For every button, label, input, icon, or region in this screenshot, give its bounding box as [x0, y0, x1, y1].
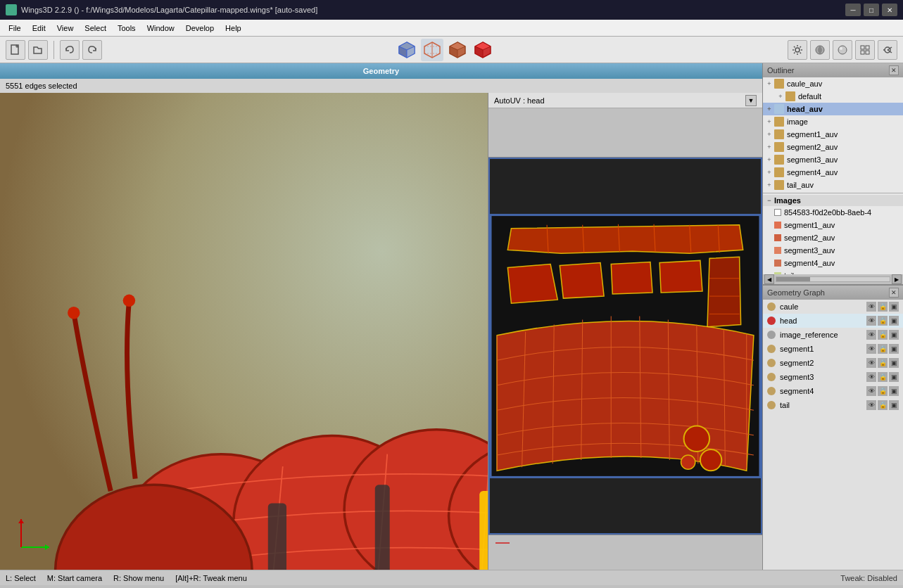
scroll-right[interactable]: ▶ [892, 274, 902, 284]
expand-icon[interactable]: + [766, 80, 773, 87]
outliner-item-head-auv[interactable]: + head_auv [763, 103, 903, 115]
menu-edit[interactable]: Edit [27, 23, 51, 34]
wire-icon[interactable]: ▣ [889, 386, 899, 396]
menu-help[interactable]: Help [220, 23, 247, 34]
scroll-track[interactable] [776, 276, 890, 282]
wire-icon[interactable]: ▣ [889, 372, 899, 382]
visibility-icon[interactable]: 👁 [866, 372, 876, 382]
expand-icon[interactable]: + [766, 118, 773, 125]
maximize-button[interactable]: □ [864, 4, 879, 16]
visibility-icon[interactable]: 👁 [866, 400, 876, 410]
settings-button[interactable] [788, 40, 807, 60]
img-item-segment3[interactable]: segment3_auv [763, 244, 903, 257]
img-item-1[interactable]: 854583-f0d2e0bb-8aeb-4 [763, 206, 903, 219]
wire-icon[interactable]: ▣ [889, 358, 899, 368]
lock-icon[interactable]: 🔒 [878, 400, 888, 410]
outliner-item-default[interactable]: + default [763, 90, 903, 103]
gg-icons-tail: 👁 🔒 ▣ [866, 400, 899, 410]
gg-item-segment4[interactable]: segment4 👁 🔒 ▣ [763, 384, 903, 398]
gg-item-head[interactable]: head 👁 🔒 ▣ [763, 314, 903, 328]
lock-icon[interactable]: 🔒 [878, 344, 888, 354]
expand-icon[interactable]: + [766, 131, 773, 138]
outliner-item-tail-auv[interactable]: + tail_auv [763, 179, 903, 191]
color-swatch [774, 234, 781, 241]
wire-icon[interactable]: ▣ [889, 344, 899, 354]
svg-marker-65 [507, 264, 557, 303]
wire-icon[interactable]: ▣ [889, 330, 899, 340]
visibility-icon[interactable]: 👁 [866, 316, 876, 326]
outliner-close-button[interactable]: ✕ [889, 65, 899, 75]
lock-icon[interactable]: 🔒 [878, 386, 888, 396]
menu-develop[interactable]: Develop [180, 23, 220, 34]
lock-icon[interactable]: 🔒 [878, 316, 888, 326]
open-file-button[interactable] [28, 40, 48, 60]
outliner-item-segment3-auv[interactable]: + segment3_auv [763, 153, 903, 166]
undo-button[interactable] [60, 40, 80, 60]
img-item-segment1[interactable]: segment1_auv [763, 219, 903, 231]
gg-item-caule[interactable]: caule 👁 🔒 ▣ [763, 300, 903, 314]
minimize-button[interactable]: ─ [845, 4, 861, 16]
outliner-scrollbar[interactable]: ◀ ▶ [763, 274, 903, 284]
visibility-icon[interactable]: 👁 [866, 302, 876, 312]
gg-item-segment3[interactable]: segment3 👁 🔒 ▣ [763, 370, 903, 384]
uv-canvas[interactable] [488, 158, 762, 535]
magnet-button[interactable] [878, 40, 897, 60]
close-button[interactable]: ✕ [882, 4, 897, 16]
new-file-button[interactable] [6, 40, 25, 60]
side-view-cube[interactable] [446, 39, 469, 61]
wire-icon[interactable]: ▣ [889, 400, 899, 410]
img-item-segment4[interactable]: segment4_auv [763, 257, 903, 269]
expand-icon[interactable]: + [766, 143, 773, 151]
expand-icon[interactable]: + [766, 106, 773, 113]
expand-icon[interactable]: + [766, 181, 773, 188]
visibility-icon[interactable]: 👁 [866, 386, 876, 396]
grid-button[interactable] [855, 40, 875, 60]
img-item-tail[interactable]: tail_auv [763, 269, 903, 274]
menu-select[interactable]: Select [79, 23, 112, 34]
wire-icon[interactable]: ▣ [889, 316, 899, 326]
gg-item-image-reference[interactable]: image_reference 👁 🔒 ▣ [763, 328, 903, 342]
menu-view[interactable]: View [51, 23, 80, 34]
expand-icon[interactable]: + [777, 93, 784, 100]
collapse-icon[interactable]: − [766, 197, 773, 204]
scroll-left[interactable]: ◀ [764, 274, 774, 284]
uv-header-minimize[interactable]: ▼ [745, 95, 757, 106]
wire-view-cube[interactable] [421, 39, 443, 61]
outliner-scroll[interactable]: + caule_auv + default + head_auv + [763, 77, 903, 274]
visibility-icon[interactable]: 👁 [866, 330, 876, 340]
front-view-cube[interactable] [396, 39, 418, 61]
menu-tools[interactable]: Tools [112, 23, 141, 34]
outliner-item-caule-auv[interactable]: + caule_auv [763, 77, 903, 90]
scroll-thumb[interactable] [776, 277, 810, 281]
solid-view-cube[interactable] [472, 39, 494, 61]
svg-marker-58 [507, 225, 743, 254]
outliner-item-segment1-auv[interactable]: + segment1_auv [763, 128, 903, 141]
uv-panel[interactable]: AutoUV : head ▼ [488, 93, 762, 570]
lock-icon[interactable]: 🔒 [878, 372, 888, 382]
geo-graph-close-button[interactable]: ✕ [889, 288, 899, 298]
wire-icon[interactable]: ▣ [889, 302, 899, 312]
lock-icon[interactable]: 🔒 [878, 302, 888, 312]
redo-button[interactable] [82, 40, 102, 60]
3d-scene-background[interactable]: AutoUV : head ▼ [0, 93, 762, 570]
expand-icon[interactable]: + [766, 169, 773, 176]
outliner-item-segment2-auv[interactable]: + segment2_auv [763, 141, 903, 153]
gg-item-tail[interactable]: tail 👁 🔒 ▣ [763, 398, 903, 412]
img-item-segment2[interactable]: segment2_auv [763, 231, 903, 244]
material-button[interactable] [833, 40, 852, 60]
lock-icon[interactable]: 🔒 [878, 330, 888, 340]
expand-icon[interactable]: + [766, 156, 773, 163]
gg-item-segment2[interactable]: segment2 👁 🔒 ▣ [763, 356, 903, 370]
menu-window[interactable]: Window [141, 23, 180, 34]
shading-button[interactable] [810, 40, 830, 60]
viewport-3d[interactable]: Geometry 5551 edges selected [0, 63, 762, 570]
visibility-icon[interactable]: 👁 [866, 358, 876, 368]
menu-file[interactable]: File [3, 23, 27, 34]
gg-item-segment1[interactable]: segment1 👁 🔒 ▣ [763, 342, 903, 356]
lock-icon[interactable]: 🔒 [878, 358, 888, 368]
gg-label-segment4: segment4 [780, 387, 866, 395]
outliner-item-segment4-auv[interactable]: + segment4_auv [763, 166, 903, 179]
visibility-icon[interactable]: 👁 [866, 344, 876, 354]
viewport-canvas[interactable]: AutoUV : head ▼ [0, 93, 762, 570]
outliner-item-image[interactable]: + image [763, 115, 903, 128]
